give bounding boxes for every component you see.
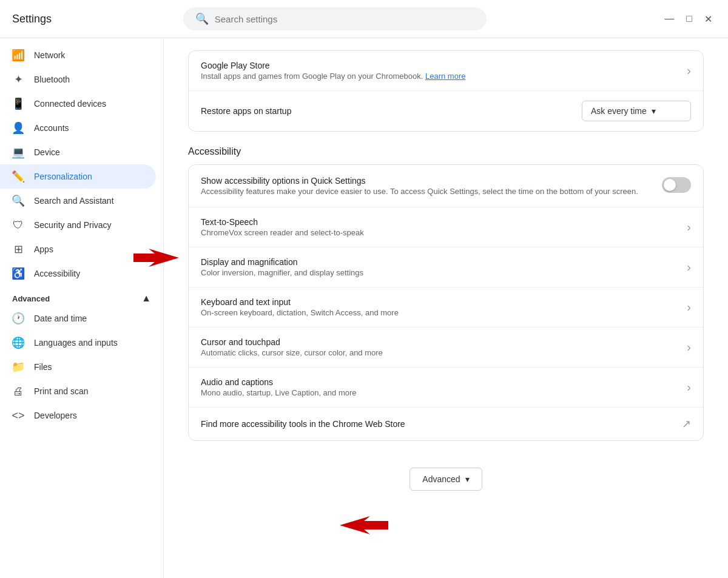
advanced-button-section: Advanced ▾ [188,455,704,503]
sidebar-item-label: Developers [34,411,77,420]
audio-captions-text: Audio and captions Mono audio, startup, … [201,377,687,397]
sidebar-item-label: Bluetooth [34,75,70,84]
main-layout: 📶 Network ✦ Bluetooth 📱 Connected device… [0,38,728,578]
folder-icon: 📁 [12,361,24,373]
audio-captions-row[interactable]: Audio and captions Mono audio, startup, … [189,368,703,408]
sidebar-item-apps[interactable]: ⊞ Apps [0,237,156,261]
display-magnification-row[interactable]: Display and magnification Color inversio… [189,247,703,287]
accessibility-toggle[interactable] [662,177,691,193]
sidebar-item-developers[interactable]: <> Developers [0,403,156,428]
cursor-touchpad-row[interactable]: Cursor and touchpad Automatic clicks, cu… [189,328,703,368]
google-play-subtitle: Install apps and games from Google Play … [201,72,687,81]
accessibility-card: Show accessibility options in Quick Sett… [188,164,704,441]
sidebar-item-label: Files [34,362,52,372]
main-content: Google Play Store Install apps and games… [164,38,728,578]
keyboard-text-input-title: Keyboard and text input [201,297,687,307]
advanced-label: Advanced [12,294,50,303]
accessibility-toggle-row[interactable]: Show accessibility options in Quick Sett… [189,165,703,207]
sidebar-item-personalization[interactable]: ✏️ Personalization [0,164,156,189]
chrome-web-store-title: Find more accessibility tools in the Chr… [201,419,682,429]
restore-apps-text: Restore apps on startup [201,106,582,116]
toggle-knob [664,179,676,191]
accessibility-toggle-subtitle: Accessibility features make your device … [201,187,652,196]
code-icon: <> [12,409,24,422]
sidebar: 📶 Network ✦ Bluetooth 📱 Connected device… [0,38,164,578]
sidebar-item-network[interactable]: 📶 Network [0,43,156,67]
google-play-title: Google Play Store [201,61,687,70]
dropdown-arrow-icon: ▾ [652,106,656,116]
search-bar[interactable]: 🔍 [183,7,487,30]
restore-apps-row[interactable]: Restore apps on startup Ask every time ▾ [189,91,703,131]
keyboard-text-input-text: Keyboard and text input On-screen keyboa… [201,297,687,317]
accessibility-toggle-action [662,177,691,193]
google-play-card: Google Play Store Install apps and games… [188,50,704,132]
cursor-touchpad-title: Cursor and touchpad [201,337,687,347]
text-to-speech-text: Text-to-Speech ChromeVox screen reader a… [201,217,687,237]
text-to-speech-subtitle: ChromeVox screen reader and select-to-sp… [201,228,687,237]
brush-icon: ✏️ [12,170,24,183]
sidebar-item-label: Personalization [34,172,92,181]
chevron-right-icon [687,380,691,394]
maximize-button[interactable]: □ [682,11,696,27]
display-magnification-arrow [687,260,691,274]
display-magnification-text: Display and magnification Color inversio… [201,257,687,277]
search-icon: 🔍 [12,195,24,207]
sidebar-item-label: Connected devices [34,99,106,109]
sidebar-item-label: Device [34,147,60,157]
advanced-btn-label: Advanced [422,474,460,484]
window-controls: — □ ✕ [661,11,716,27]
sidebar-item-files[interactable]: 📁 Files [0,355,156,379]
close-button[interactable]: ✕ [701,11,716,27]
keyboard-arrow [687,300,691,314]
search-input[interactable] [215,14,474,24]
sidebar-item-date-time[interactable]: 🕐 Date and time [0,306,156,331]
sidebar-item-device[interactable]: 💻 Device [0,140,156,164]
accessibility-toggle-text: Show accessibility options in Quick Sett… [201,176,652,196]
sidebar-item-accounts[interactable]: 👤 Accounts [0,116,156,140]
settings-title: Settings [12,13,91,25]
sidebar-item-label: Print and scan [34,386,89,396]
chevron-right-icon [687,340,691,354]
chevron-right-icon [687,220,691,234]
display-magnification-subtitle: Color inversion, magnifier, and display … [201,268,687,277]
cursor-touchpad-subtitle: Automatic clicks, cursor size, cursor co… [201,348,687,357]
text-to-speech-row[interactable]: Text-to-Speech ChromeVox screen reader a… [189,207,703,247]
restore-apps-dropdown[interactable]: Ask every time ▾ [582,101,691,121]
sidebar-item-label: Date and time [34,314,87,323]
accessibility-toggle-title: Show accessibility options in Quick Sett… [201,176,652,186]
sidebar-item-bluetooth[interactable]: ✦ Bluetooth [0,67,156,92]
advanced-dropdown-icon: ▾ [465,474,470,484]
accessibility-section-title: Accessibility [188,146,704,157]
sidebar-item-label: Search and Assistant [34,196,114,206]
keyboard-text-input-row[interactable]: Keyboard and text input On-screen keyboa… [189,287,703,328]
cursor-arrow [687,340,691,354]
google-play-row[interactable]: Google Play Store Install apps and games… [189,51,703,91]
learn-more-link[interactable]: Learn more [425,72,465,81]
wifi-icon: 📶 [12,49,24,61]
sidebar-item-label: Network [34,50,65,60]
clock-icon: 🕐 [12,312,24,324]
chrome-web-store-row[interactable]: Find more accessibility tools in the Chr… [189,408,703,440]
chevron-right-icon [687,260,691,274]
minimize-button[interactable]: — [661,11,678,27]
chrome-web-store-external-icon: ↗ [682,417,691,431]
sidebar-item-print-scan[interactable]: 🖨 Print and scan [0,379,156,403]
search-icon: 🔍 [195,12,209,25]
sidebar-item-languages-inputs[interactable]: 🌐 Languages and inputs [0,331,156,355]
sidebar-item-label: Languages and inputs [34,338,118,348]
external-link-icon: ↗ [682,417,691,431]
grid-icon: ⊞ [12,243,24,255]
audio-captions-subtitle: Mono audio, startup, Live Caption, and m… [201,388,687,397]
devices-icon: 📱 [12,98,24,110]
sidebar-item-security-privacy[interactable]: 🛡 Security and Privacy [0,213,156,237]
sidebar-item-label: Security and Privacy [34,220,112,230]
audio-captions-arrow [687,380,691,394]
text-to-speech-arrow [687,220,691,234]
chevron-right-icon [687,64,691,78]
advanced-button[interactable]: Advanced ▾ [410,468,482,491]
sidebar-item-search-assistant[interactable]: 🔍 Search and Assistant [0,189,156,213]
laptop-icon: 💻 [12,146,24,158]
sidebar-item-accessibility[interactable]: ♿ Accessibility [0,261,156,286]
sidebar-item-connected-devices[interactable]: 📱 Connected devices [0,92,156,116]
advanced-section-label[interactable]: Advanced ▲ [0,286,163,306]
